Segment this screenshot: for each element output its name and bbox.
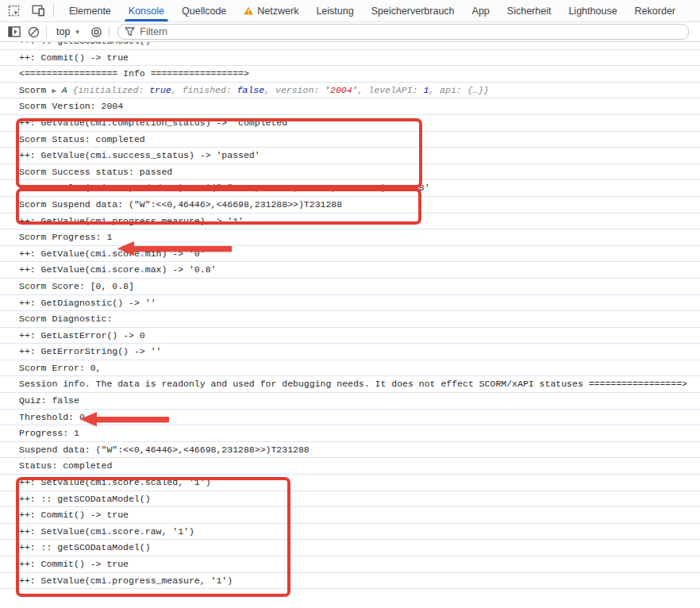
warning-icon <box>244 6 253 15</box>
tab-lighthouse[interactable]: Lighthouse <box>560 0 625 21</box>
console-token-preview: : <box>413 85 424 95</box>
console-line: Suspend data: ("W":<<0,46446>,<46698,231… <box>0 442 700 459</box>
tab-label: Quellcode <box>182 6 226 17</box>
devtools-tabs: ElementeKonsoleQuellcodeNetzwerkLeistung… <box>60 0 684 21</box>
devtools-window: ElementeKonsoleQuellcodeNetzwerkLeistung… <box>0 0 700 608</box>
console-line: Scorm ▶ A {initialized: true, finished: … <box>0 83 700 99</box>
console-line: Progress: 1 <box>0 425 700 442</box>
console-line: ++: GetValue(cmi.score.max) -> '0.8' <box>0 262 700 279</box>
console-line: <================= Info ================… <box>0 66 700 83</box>
console-sidebar-icon[interactable] <box>5 23 24 40</box>
tab-rekorder[interactable]: Rekorder <box>626 0 684 21</box>
devtools-tabbar: ElementeKonsoleQuellcodeNetzwerkLeistung… <box>0 0 700 22</box>
chevron-down-icon: ▼ <box>74 29 80 36</box>
console-line: ++: :: getSCODataModel() <box>0 540 700 556</box>
console-token-key: initialized <box>78 85 138 95</box>
console-line: ++: Commit() -> true <box>0 507 700 524</box>
console-line: Session info. The data is readonly and u… <box>0 376 700 393</box>
console-token-preview: } <box>483 85 489 95</box>
tab-app[interactable]: App <box>463 0 498 21</box>
console-token-preview: : <box>226 85 237 95</box>
console-token-key: api <box>440 85 456 95</box>
console-line: ++: GetLastError() -> 0 <box>0 328 700 344</box>
toolbar-separator <box>109 26 110 38</box>
console-token-preview: , <box>171 85 183 95</box>
tab-konsole[interactable]: Konsole <box>120 0 173 21</box>
console-line: Scorm Diagnostic: <box>0 311 700 328</box>
console-line: ++: SetValue(cmi.score.scaled, '1') <box>0 475 700 491</box>
console-line: ++: GetValue(cmi.score.min) -> '0' <box>0 246 700 263</box>
tab-leistung[interactable]: Leistung <box>307 0 362 21</box>
inspect-element-icon[interactable] <box>4 2 25 21</box>
console-line: Scorm Version: 2004 <box>0 98 700 115</box>
console-token-preview: , <box>358 85 369 95</box>
console-token-preview: {…} <box>467 85 484 95</box>
console-line: Scorm Error: 0, <box>0 360 700 377</box>
console-line: ++: :: getSCODataModel() <box>0 42 700 50</box>
console-line: Scorm Suspend data: ("W":<<0,46446>,<466… <box>0 197 700 214</box>
console-line: ++: :: getSCODataModel() <box>0 491 700 508</box>
tab-label: Lighthouse <box>568 6 617 17</box>
console-line: ++: GetValue(cmi.success_status) -> 'pas… <box>0 148 700 164</box>
filter-placeholder: Filtern <box>140 26 167 37</box>
tab-label: Konsole <box>129 6 164 17</box>
console-token-preview: , <box>264 85 275 95</box>
filter-funnel-icon <box>125 27 135 37</box>
console-token-key: levelAPI <box>368 85 412 95</box>
tab-speicherverbrauch[interactable]: Speicherverbrauch <box>363 0 463 21</box>
clear-console-icon[interactable] <box>24 23 43 40</box>
console-token-string: '2004' <box>325 85 357 95</box>
console-token-key: finished <box>183 85 226 95</box>
tab-netzwerk[interactable]: Netzwerk <box>235 0 307 21</box>
console-line: Scorm Status: completed <box>0 132 700 148</box>
device-toolbar-icon[interactable] <box>28 2 48 21</box>
console-line: Status: completed <box>0 458 700 475</box>
console-toolbar: top ▼ Filtern <box>0 22 700 42</box>
console-token-bool: true <box>149 85 171 95</box>
tabbar-icon-group <box>0 0 53 21</box>
tab-elemente[interactable]: Elemente <box>60 0 120 21</box>
console-line: ++: GetValue(cmi.progress_measure) -> '1… <box>0 214 700 230</box>
console-line: Scorm Score: [0, 0.8] <box>0 279 700 295</box>
tab-label: Elemente <box>69 6 111 17</box>
console-token-class: A <box>62 85 73 95</box>
console-token-preview: : <box>456 85 467 95</box>
toolbar-separator <box>46 26 47 38</box>
console-line: Threshold: 0.8 <box>0 410 700 426</box>
console-line: ++: GetErrorString() -> '' <box>0 344 700 360</box>
live-expression-eye-icon[interactable] <box>87 23 106 40</box>
console-line: ++: SetValue(cmi.score.raw, '1') <box>0 524 700 541</box>
console-line: ++: Commit() -> true <box>0 556 700 573</box>
tab-quellcode[interactable]: Quellcode <box>173 0 235 21</box>
console-token-key: version <box>275 85 313 95</box>
console-token-bool: false <box>237 85 265 95</box>
console-line: ++: GetValue(cmi.completion_status) -> '… <box>0 115 700 132</box>
console-token-preview: : <box>313 85 325 95</box>
console-line: ++: SetValue(cmi.progress_measure, '1') <box>0 573 700 590</box>
tab-label: Speicherverbrauch <box>371 6 455 17</box>
console-token-preview: : <box>138 85 149 95</box>
context-selector-label: top <box>56 26 70 37</box>
console-line: Quiz: false <box>0 393 700 410</box>
toolbar-separator <box>53 4 54 17</box>
console-filter-input[interactable]: Filtern <box>117 24 689 40</box>
console-line: Scorm Progress: 1 <box>0 229 700 246</box>
console-token-preview: , <box>429 85 440 95</box>
console-line: ++: GetValue(cmi.suspend_data) -> '("W":… <box>0 180 700 197</box>
tab-label: Netzwerk <box>257 6 298 17</box>
context-selector[interactable]: top ▼ <box>50 26 87 37</box>
console-token-plain: Scorm <box>19 85 52 95</box>
tab-sicherheit[interactable]: Sicherheit <box>498 0 560 21</box>
console-log[interactable]: ++: :: getSCODataModel()++: Commit() -> … <box>0 42 700 608</box>
console-token-plain <box>56 85 62 95</box>
tab-label: Rekorder <box>635 6 675 17</box>
tab-label: Sicherheit <box>507 6 552 17</box>
console-line: ++: GetDiagnostic() -> '' <box>0 295 700 312</box>
console-line: Scorm Success status: passed <box>0 164 700 181</box>
tab-label: Leistung <box>316 6 353 17</box>
tab-label: App <box>472 6 490 17</box>
console-line: ++: Commit() -> true <box>0 50 700 67</box>
